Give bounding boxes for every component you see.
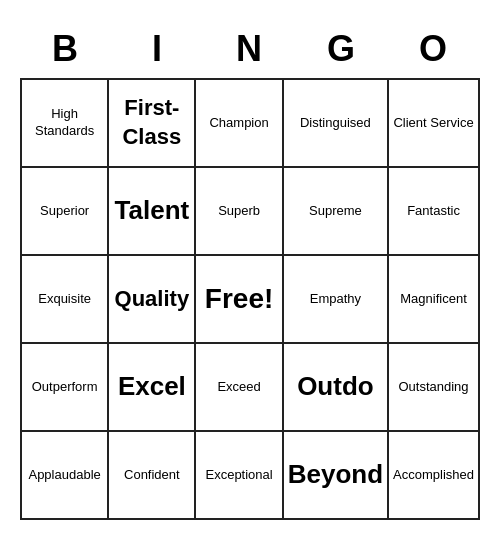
bingo-cell: Accomplished (389, 432, 480, 520)
cell-text: Beyond (288, 458, 383, 492)
cell-text: Outstanding (398, 379, 468, 396)
bingo-cell: Talent (109, 168, 196, 256)
bingo-cell: Empathy (284, 256, 389, 344)
bingo-cell: Exquisite (22, 256, 109, 344)
cell-text: Confident (124, 467, 180, 484)
bingo-cell: Applaudable (22, 432, 109, 520)
cell-text: High Standards (26, 106, 103, 140)
cell-text: Accomplished (393, 467, 474, 484)
cell-text: Superb (218, 203, 260, 220)
bingo-cell: Fantastic (389, 168, 480, 256)
bingo-cell: Quality (109, 256, 196, 344)
cell-text: Superior (40, 203, 89, 220)
bingo-cell: High Standards (22, 80, 109, 168)
bingo-cell: Distinguised (284, 80, 389, 168)
cell-text: Excel (118, 370, 186, 404)
cell-text: Free! (205, 281, 273, 317)
bingo-header: BINGO (20, 24, 480, 78)
cell-text: Exceed (217, 379, 260, 396)
header-letter: G (296, 24, 388, 78)
bingo-cell: Free! (196, 256, 283, 344)
bingo-cell: Outperform (22, 344, 109, 432)
bingo-cell: Supreme (284, 168, 389, 256)
bingo-cell: Exceptional (196, 432, 283, 520)
bingo-cell: Outdo (284, 344, 389, 432)
cell-text: Outperform (32, 379, 98, 396)
bingo-cell: Exceed (196, 344, 283, 432)
cell-text: Quality (115, 285, 190, 314)
bingo-cell: Excel (109, 344, 196, 432)
bingo-grid: High StandardsFirst-ClassChampionDisting… (20, 78, 480, 520)
cell-text: Magnificent (400, 291, 466, 308)
cell-text: First-Class (113, 94, 190, 151)
header-letter: O (388, 24, 480, 78)
bingo-cell: Superb (196, 168, 283, 256)
cell-text: Fantastic (407, 203, 460, 220)
cell-text: Exceptional (205, 467, 272, 484)
cell-text: Exquisite (38, 291, 91, 308)
bingo-cell: Champion (196, 80, 283, 168)
bingo-cell: First-Class (109, 80, 196, 168)
bingo-cell: Superior (22, 168, 109, 256)
bingo-cell: Beyond (284, 432, 389, 520)
bingo-card: BINGO High StandardsFirst-ClassChampionD… (10, 14, 490, 530)
cell-text: Champion (209, 115, 268, 132)
cell-text: Supreme (309, 203, 362, 220)
cell-text: Talent (115, 194, 190, 228)
cell-text: Empathy (310, 291, 361, 308)
header-letter: I (112, 24, 204, 78)
bingo-cell: Outstanding (389, 344, 480, 432)
cell-text: Client Service (393, 115, 473, 132)
bingo-cell: Magnificent (389, 256, 480, 344)
header-letter: B (20, 24, 112, 78)
header-letter: N (204, 24, 296, 78)
bingo-cell: Client Service (389, 80, 480, 168)
cell-text: Applaudable (28, 467, 100, 484)
cell-text: Distinguised (300, 115, 371, 132)
bingo-cell: Confident (109, 432, 196, 520)
cell-text: Outdo (297, 370, 374, 404)
